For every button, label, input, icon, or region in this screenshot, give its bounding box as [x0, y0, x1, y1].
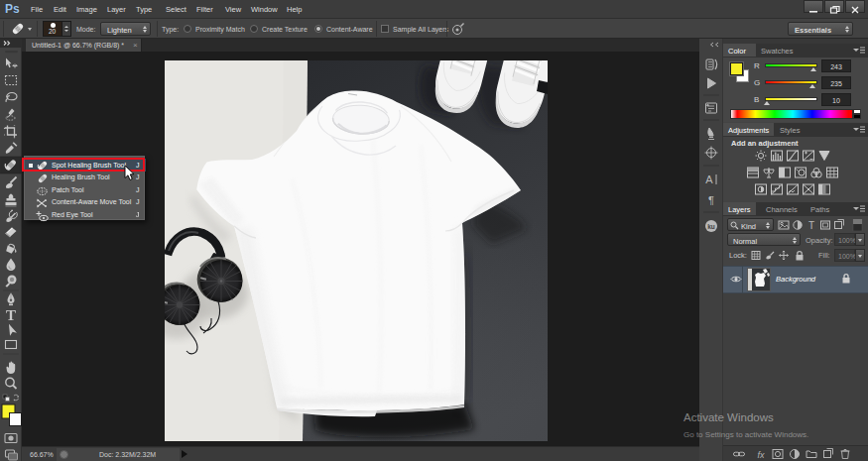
svg-text:ku: ku [707, 223, 715, 230]
svg-text:T: T [808, 220, 814, 231]
svg-text:¶: ¶ [708, 194, 714, 206]
svg-text:A: A [705, 173, 713, 185]
svg-text:T: T [6, 307, 16, 323]
svg-text:fx: fx [757, 450, 765, 460]
